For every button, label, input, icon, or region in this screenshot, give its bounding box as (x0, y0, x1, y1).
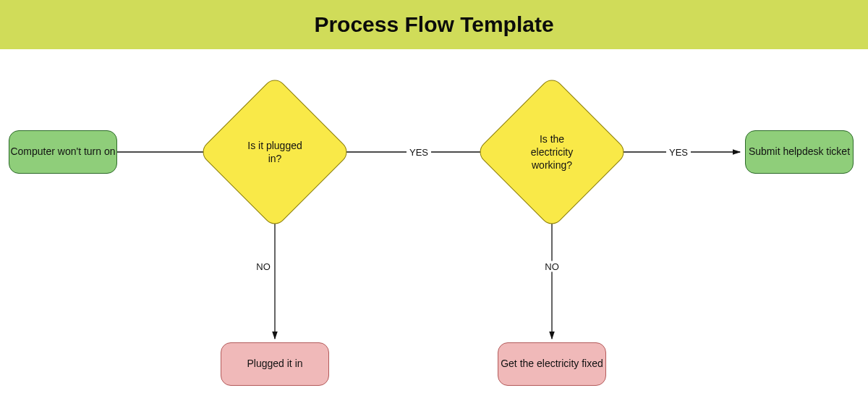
node-end: Submit helpdesk ticket (745, 130, 854, 174)
page-title: Process Flow Template (314, 12, 553, 37)
edge-label-d1-a1: NO (253, 261, 273, 272)
diagram-canvas: YES YES NO NO Computer won't turn on Is … (0, 49, 868, 401)
node-start: Computer won't turn on (9, 130, 117, 174)
node-end-label: Submit helpdesk ticket (749, 145, 850, 159)
node-start-label: Computer won't turn on (10, 145, 115, 159)
node-decision-plugged-in: Is it plugged in? (198, 75, 352, 229)
node-decision-electricity-label: Is the electricity working? (519, 132, 585, 172)
node-action-plug-in: Plugged it in (221, 342, 329, 386)
node-action-fix-electricity: Get the electricity fixed (498, 342, 606, 386)
edge-label-d2-end: YES (666, 147, 691, 158)
edge-label-d1-d2: YES (407, 147, 431, 158)
header-banner: Process Flow Template (0, 0, 868, 49)
node-decision-plugged-in-label: Is it plugged in? (242, 139, 308, 165)
edge-label-d2-a2: NO (542, 261, 562, 272)
node-action-plug-in-label: Plugged it in (247, 358, 302, 371)
node-decision-electricity: Is the electricity working? (475, 75, 629, 229)
node-action-fix-electricity-label: Get the electricity fixed (501, 358, 603, 371)
arrows-svg (0, 49, 868, 401)
